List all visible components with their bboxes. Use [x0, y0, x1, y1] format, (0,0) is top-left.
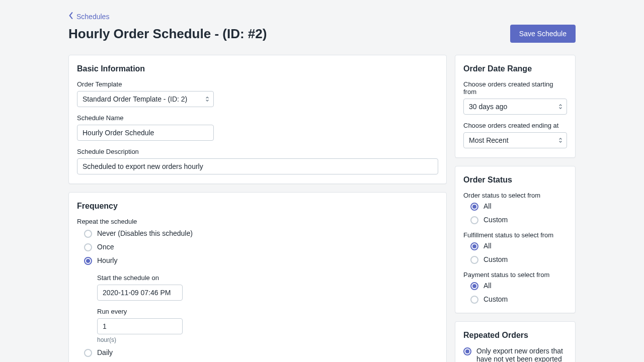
- radio-frequency-hourly[interactable]: Hourly: [84, 256, 438, 265]
- radio-fulfillment-custom[interactable]: Custom: [470, 255, 567, 264]
- radio-fulfillment-all[interactable]: All: [470, 242, 567, 250]
- radio-payment-all[interactable]: All: [470, 282, 567, 290]
- radio-icon: [470, 296, 478, 304]
- order-status-label: Order status to select from: [463, 192, 567, 199]
- date-from-label: Choose orders created starting from: [463, 80, 567, 96]
- schedule-name-label: Schedule Name: [77, 114, 438, 122]
- card-title-basic: Basic Information: [77, 64, 438, 73]
- card-title-frequency: Frequency: [77, 202, 438, 211]
- schedule-name-input[interactable]: [77, 125, 214, 141]
- basic-information-card: Basic Information Order Template Standar…: [68, 55, 447, 184]
- date-from-select[interactable]: 30 days ago: [463, 99, 567, 115]
- payment-status-label: Payment status to select from: [463, 271, 567, 279]
- repeat-label: Repeat the schedule: [77, 218, 438, 225]
- card-title-repeated: Repeated Orders: [463, 331, 567, 340]
- card-title-daterange: Order Date Range: [463, 64, 567, 73]
- radio-payment-custom[interactable]: Custom: [470, 295, 567, 304]
- repeated-orders-card: Repeated Orders Only export new orders t…: [455, 321, 576, 362]
- run-every-label: Run every: [97, 308, 438, 315]
- card-title-status: Order Status: [463, 175, 567, 185]
- breadcrumb-schedules[interactable]: Schedules: [68, 12, 576, 21]
- page-title: Hourly Order Schedule - (ID: #2): [68, 26, 267, 42]
- fulfillment-status-label: Fulfillment status to select from: [463, 231, 567, 239]
- date-to-select[interactable]: Most Recent: [463, 132, 567, 148]
- radio-frequency-daily[interactable]: Daily: [84, 348, 438, 357]
- radio-icon: [84, 243, 92, 251]
- breadcrumb-label: Schedules: [76, 13, 109, 21]
- save-schedule-button[interactable]: Save Schedule: [510, 25, 576, 43]
- frequency-card: Frequency Repeat the schedule Never (Dis…: [68, 192, 447, 362]
- radio-icon: [84, 257, 92, 265]
- date-to-label: Choose orders created ending at: [463, 122, 567, 129]
- order-template-label: Order Template: [77, 80, 438, 88]
- order-status-card: Order Status Order status to select from…: [455, 166, 576, 313]
- order-date-range-card: Order Date Range Choose orders created s…: [455, 55, 576, 158]
- start-schedule-label: Start the schedule on: [97, 274, 438, 282]
- radio-icon: [470, 282, 478, 290]
- start-schedule-input[interactable]: [97, 285, 183, 301]
- radio-icon: [470, 242, 478, 250]
- radio-icon: [470, 216, 478, 224]
- radio-order-status-all[interactable]: All: [470, 202, 567, 211]
- radio-frequency-never[interactable]: Never (Disables this schedule): [84, 229, 438, 238]
- run-every-input[interactable]: [97, 318, 183, 334]
- radio-icon: [84, 349, 92, 357]
- radio-icon: [84, 230, 92, 238]
- radio-icon: [470, 203, 478, 211]
- schedule-desc-label: Schedule Description: [77, 148, 438, 155]
- order-template-select[interactable]: Standard Order Template - (ID: 2): [77, 91, 214, 107]
- chevron-left-icon: [68, 12, 73, 21]
- radio-icon: [463, 347, 471, 355]
- radio-icon: [470, 256, 478, 264]
- radio-order-status-custom[interactable]: Custom: [470, 216, 567, 224]
- schedule-desc-input[interactable]: [77, 158, 438, 174]
- radio-repeated-new-only[interactable]: Only export new orders that have not yet…: [463, 347, 567, 362]
- hours-suffix: hour(s): [97, 336, 438, 343]
- radio-frequency-once[interactable]: Once: [84, 243, 438, 251]
